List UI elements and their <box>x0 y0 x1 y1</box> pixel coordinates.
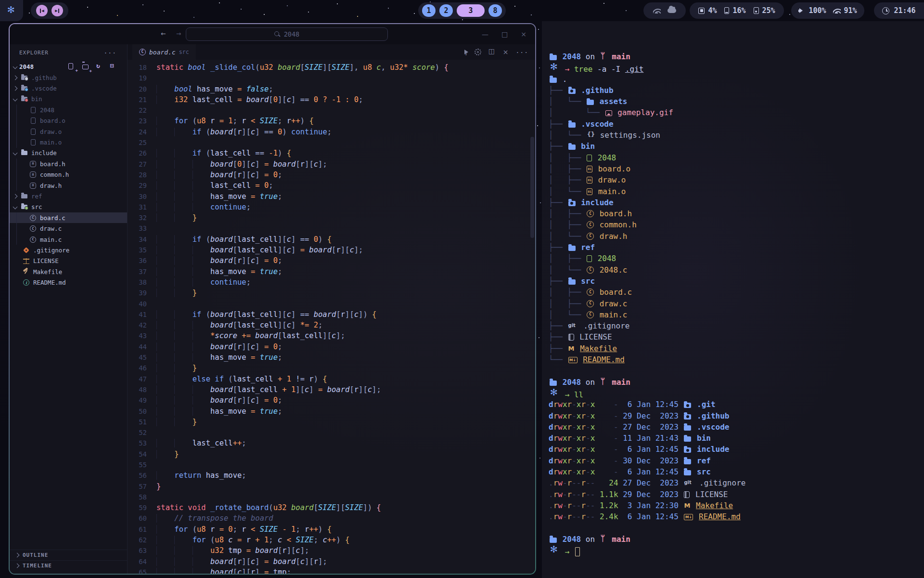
code-line-22[interactable]: 22 <box>128 105 535 116</box>
file-tree-item-Makefile[interactable]: Makefile <box>10 266 127 277</box>
new-file-button[interactable] <box>68 63 76 70</box>
maximize-button[interactable]: □ <box>501 30 508 38</box>
code-line-33[interactable]: 33 <box>128 223 535 234</box>
code-line-21[interactable]: 21 i32 last_cell = board[0][c] == 0 ? -1… <box>128 94 535 105</box>
code-line-34[interactable]: 34 if (board[last_cell][c] == 0) { <box>128 234 535 245</box>
code-line-25[interactable]: 25 <box>128 137 535 148</box>
gear-icon[interactable] <box>475 49 481 55</box>
explorer-more-actions[interactable]: ··· <box>104 49 116 56</box>
code-line-30[interactable]: 30 has_move = true; <box>128 191 535 202</box>
code-line-46[interactable]: 46 } <box>128 363 535 373</box>
code-line-62[interactable]: 62 for (u8 c = r + 1; c < SIZE; c++) { <box>128 535 535 545</box>
code-line-58[interactable]: 58 <box>128 492 535 502</box>
code-line-41[interactable]: 41 if (board[last_cell][c] == board[r][c… <box>128 309 535 320</box>
code-line-61[interactable]: 61 for (u8 r = 0; r < SIZE - 1; r++) { <box>128 524 535 535</box>
code-line-37[interactable]: 37 has_move = true; <box>128 266 535 277</box>
code-line-44[interactable]: 44 board[r][c] = 0; <box>128 342 535 352</box>
code-line-36[interactable]: 36 board[r][c] = 0; <box>128 255 535 266</box>
minimize-button[interactable]: — <box>482 30 488 38</box>
code-line-55[interactable]: 55 <box>128 460 535 470</box>
workspace-button-8[interactable]: 8 <box>488 4 502 17</box>
code-line-18[interactable]: 18static bool _slide_col(u32 board[SIZE]… <box>128 62 535 73</box>
code-line-64[interactable]: 64 board[r][c] = board[c][r]; <box>128 556 535 567</box>
code-line-40[interactable]: 40 <box>128 299 535 309</box>
code-line-49[interactable]: 49 board[r][c] = 0; <box>128 395 535 406</box>
code-line-35[interactable]: 35 board[last_cell][c] = board[r][c]; <box>128 245 535 255</box>
code-line-53[interactable]: 53 last_cell++; <box>128 438 535 448</box>
code-line-27[interactable]: 27 board[0][c] = board[r][c]; <box>128 159 535 170</box>
close-button[interactable]: × <box>521 30 526 38</box>
code-line-65[interactable]: 65 board[c][r] = tmp; <box>128 567 535 574</box>
refresh-explorer-button[interactable] <box>96 63 103 70</box>
run-task-button[interactable]: ∨ <box>464 48 467 56</box>
code-line-31[interactable]: 31 continue; <box>128 202 535 212</box>
outline-section[interactable]: OUTLINE <box>10 550 127 560</box>
file-tree-item-src[interactable]: src <box>10 202 127 212</box>
code-line-26[interactable]: 26 if (last_cell == -1) { <box>128 148 535 158</box>
workspace-button-1[interactable]: 1 <box>422 4 436 17</box>
close-editor-icon[interactable]: × <box>503 48 509 56</box>
file-tree-item-draw.c[interactable]: draw.c <box>10 223 127 234</box>
code-line-51[interactable]: 51 } <box>128 417 535 427</box>
tab-board-c[interactable]: board.c src <box>132 44 196 60</box>
file-tree-item-bin[interactable]: bin <box>10 94 127 105</box>
file-tree-item-board.h[interactable]: board.h <box>10 158 127 169</box>
terminal-window[interactable]: 2048 on main → tree -a -I .git .├── .git… <box>542 21 924 578</box>
code-line-59[interactable]: 59static void _rotate_board(u32 board[SI… <box>128 502 535 513</box>
code-line-54[interactable]: 54 } <box>128 449 535 460</box>
command-center-search[interactable]: 2048 <box>186 27 388 41</box>
back-button[interactable]: ← <box>161 28 166 38</box>
code-line-32[interactable]: 32 } <box>128 212 535 223</box>
editor-more-actions[interactable]: ··· <box>516 49 528 56</box>
editor-scrollbar[interactable] <box>530 60 534 574</box>
code-line-63[interactable]: 63 u32 tmp = board[r][c]; <box>128 545 535 556</box>
clock-widget[interactable]: 21:46 <box>874 2 924 19</box>
code-line-20[interactable]: 20 bool has_move = false; <box>128 84 535 94</box>
file-tree-item-draw.h[interactable]: draw.h <box>10 180 127 191</box>
code-editor[interactable]: 18static bool _slide_col(u32 board[SIZE]… <box>128 60 535 574</box>
code-line-56[interactable]: 56 return has_move; <box>128 470 535 481</box>
code-line-48[interactable]: 48 board[last_cell + 1][c] = board[r][c]… <box>128 384 535 395</box>
new-folder-button[interactable] <box>82 63 90 70</box>
file-tree-item-board.o[interactable]: board.o <box>10 116 127 126</box>
file-tree-item-main.o[interactable]: main.o <box>10 137 127 147</box>
file-tree-item-2048[interactable]: 2048 <box>10 105 127 115</box>
workspace-root-row[interactable]: 2048 <box>10 61 127 72</box>
code-line-60[interactable]: 60 // transpose the board <box>128 513 535 524</box>
code-line-38[interactable]: 38 continue; <box>128 277 535 288</box>
code-line-43[interactable]: 43 *score += board[last_cell][c]; <box>128 330 535 341</box>
file-tree-item-ref[interactable]: ref <box>10 191 127 201</box>
file-tree-item-.vscode[interactable]: .vscode <box>10 83 127 93</box>
code-line-42[interactable]: 42 board[last_cell][c] *= 2; <box>128 320 535 330</box>
workspace-button-2[interactable]: 2 <box>439 4 453 17</box>
file-tree-item-draw.o[interactable]: draw.o <box>10 126 127 137</box>
forward-button[interactable]: → <box>176 28 181 38</box>
file-tree-item-main.c[interactable]: main.c <box>10 234 127 245</box>
code-line-52[interactable]: 52 <box>128 427 535 438</box>
media-prev-button[interactable]: ◀ <box>36 5 48 16</box>
file-tree-item-LICENSE[interactable]: LICENSE <box>10 256 127 266</box>
code-line-24[interactable]: 24 if (board[r][c] == 0) continue; <box>128 127 535 137</box>
file-tree-item-.gitignore[interactable]: .gitignore <box>10 245 127 255</box>
split-editor-icon[interactable] <box>488 49 496 56</box>
file-tree-item-.github[interactable]: .github <box>10 72 127 83</box>
code-line-19[interactable]: 19 <box>128 73 535 83</box>
audio-network-widget[interactable]: 100% 91% <box>791 2 864 19</box>
code-line-23[interactable]: 23 for (u8 r = 1; r < SIZE; r++) { <box>128 116 535 126</box>
code-line-45[interactable]: 45 has_move = true; <box>128 352 535 363</box>
file-tree-item-README.md[interactable]: README.md <box>10 277 127 288</box>
code-line-57[interactable]: 57} <box>128 481 535 492</box>
code-line-50[interactable]: 50 has_move = true; <box>128 406 535 417</box>
code-line-47[interactable]: 47 else if (last_cell + 1 != r) { <box>128 374 535 384</box>
launcher-button[interactable] <box>0 0 23 21</box>
collapse-folders-button[interactable] <box>110 63 117 70</box>
file-tree-item-board.c[interactable]: board.c <box>10 212 127 223</box>
file-tree-item-common.h[interactable]: common.h <box>10 170 127 180</box>
code-line-29[interactable]: 29 last_cell = 0; <box>128 180 535 191</box>
timeline-section[interactable]: TIMELINE <box>10 560 127 571</box>
code-line-39[interactable]: 39 } <box>128 288 535 298</box>
file-tree-item-include[interactable]: include <box>10 148 127 158</box>
code-line-28[interactable]: 28 board[r][c] = 0; <box>128 170 535 180</box>
media-next-button[interactable]: ▶ <box>51 5 63 16</box>
workspace-button-3[interactable]: 3 <box>457 4 485 17</box>
